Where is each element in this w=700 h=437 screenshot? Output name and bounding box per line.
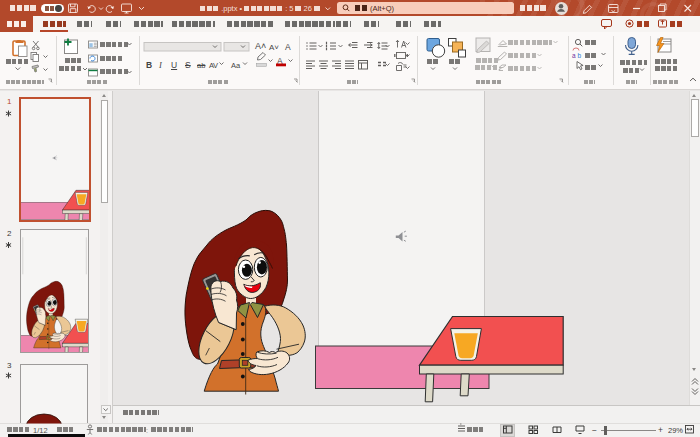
svg-text:b: b — [578, 52, 582, 59]
svg-text:a: a — [572, 52, 576, 59]
